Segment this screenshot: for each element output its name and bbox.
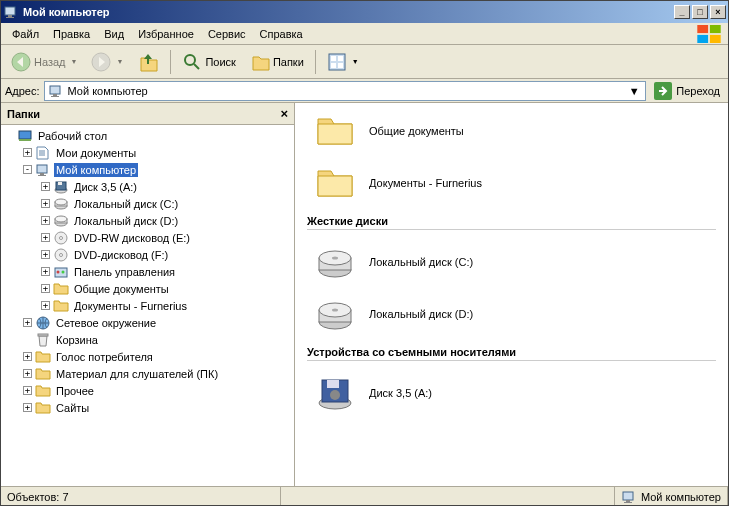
status-location-text: Мой компьютер [641,491,721,503]
menu-edit[interactable]: Правка [46,26,97,42]
back-button[interactable]: Назад ▼ [5,48,83,76]
tree-item-label: DVD-дисковод (F:) [72,248,170,262]
item-label: Документы - Furnerius [369,177,482,189]
item-floppy-a[interactable]: Диск 3,5 (A:) [307,373,716,413]
tree-item-label: Сетевое окружение [54,316,158,330]
folders-button[interactable]: Папки [244,48,310,76]
item-shared-documents[interactable]: Общие документы [307,111,716,151]
expand-icon[interactable]: + [41,267,50,276]
computer-icon [621,489,637,505]
back-icon [11,52,31,72]
item-local-disk-d[interactable]: Локальный диск (D:) [307,294,716,334]
folder-icon [35,349,51,365]
tree-item[interactable]: +DVD-RW дисковод (E:) [1,229,294,246]
tree-item[interactable]: +Материал для слушателей (ПК) [1,365,294,382]
maximize-button[interactable]: □ [692,5,708,19]
expand-icon[interactable]: + [23,403,32,412]
close-button[interactable]: × [710,5,726,19]
views-icon [327,52,347,72]
hdd-icon [315,294,355,334]
content-pane[interactable]: Общие документы Документы - Furnerius Же… [295,103,728,486]
separator [315,50,316,74]
menu-help[interactable]: Справка [253,26,310,42]
tree-item[interactable]: +Сайты [1,399,294,416]
minimize-button[interactable]: _ [674,5,690,19]
floppy-icon [315,373,355,413]
address-input[interactable] [68,85,623,97]
go-button[interactable]: Переход [650,80,724,102]
tree-item[interactable]: Корзина [1,331,294,348]
menubar: Файл Правка Вид Избранное Сервис Справка [1,23,728,45]
go-icon [654,82,672,100]
menu-favorites[interactable]: Избранное [131,26,201,42]
folder-icon [35,383,51,399]
chevron-down-icon: ▼ [71,58,78,65]
menu-file[interactable]: Файл [5,26,46,42]
forward-button[interactable]: ▼ [85,48,129,76]
expand-icon[interactable]: + [41,182,50,191]
tree-item[interactable]: +Голос потребителя [1,348,294,365]
expand-icon[interactable]: + [23,352,32,361]
tree-item-label: Общие документы [72,282,171,296]
tree-item[interactable]: +Локальный диск (C:) [1,195,294,212]
floppy-icon [53,179,69,195]
expand-icon[interactable]: + [41,216,50,225]
expand-icon[interactable]: + [41,199,50,208]
menu-view[interactable]: Вид [97,26,131,42]
address-dropdown[interactable]: ▼ [626,85,642,97]
tree-item-label: Сайты [54,401,91,415]
windows-flag-icon [694,25,724,43]
expand-icon[interactable]: + [23,318,32,327]
window-title: Мой компьютер [23,6,672,18]
tree-item[interactable]: +Прочее [1,382,294,399]
hdd-icon [53,213,69,229]
expand-icon[interactable]: + [23,386,32,395]
item-user-documents[interactable]: Документы - Furnerius [307,163,716,203]
tree-item[interactable]: Рабочий стол [1,127,294,144]
folder-tree[interactable]: Рабочий стол+Мои документы-Мой компьютер… [1,125,294,486]
tree-item[interactable]: +Локальный диск (D:) [1,212,294,229]
tree-item-label: Голос потребителя [54,350,155,364]
tree-item[interactable]: +Мои документы [1,144,294,161]
computer-icon [48,83,64,99]
search-button[interactable]: Поиск [176,48,241,76]
up-button[interactable] [131,47,165,77]
tree-item[interactable]: +Панель управления [1,263,294,280]
tree-item-label: Локальный диск (C:) [72,197,180,211]
bin-icon [35,332,51,348]
menu-tools[interactable]: Сервис [201,26,253,42]
collapse-icon[interactable]: - [23,165,32,174]
folders-pane-title: Папки [7,108,40,120]
tree-item[interactable]: +Общие документы [1,280,294,297]
statusbar: Объектов: 7 Мой компьютер [1,486,728,506]
address-combo[interactable]: ▼ [44,81,647,101]
expand-icon[interactable]: + [41,250,50,259]
folders-pane-header: Папки × [1,103,294,125]
tree-item-label: Локальный диск (D:) [72,214,180,228]
expand-icon[interactable]: + [41,301,50,310]
computer-icon [35,162,51,178]
search-label: Поиск [205,56,235,68]
expand-icon[interactable]: + [23,369,32,378]
tree-item[interactable]: +Документы - Furnerius [1,297,294,314]
tree-item[interactable]: +DVD-дисковод (F:) [1,246,294,263]
item-label: Локальный диск (D:) [369,308,473,320]
status-objects-text: Объектов: 7 [7,491,69,503]
section-hard-drives: Жесткие диски [307,215,716,230]
titlebar: Мой компьютер _ □ × [1,1,728,23]
expand-icon[interactable]: + [23,148,32,157]
expander-placeholder [5,131,14,140]
views-button[interactable]: ▼ [321,48,365,76]
folders-pane: Папки × Рабочий стол+Мои документы-Мой к… [1,103,295,486]
docs-icon [35,145,51,161]
item-local-disk-c[interactable]: Локальный диск (C:) [307,242,716,282]
tree-item[interactable]: +Диск 3,5 (A:) [1,178,294,195]
expand-icon[interactable]: + [41,233,50,242]
tree-item[interactable]: -Мой компьютер [1,161,294,178]
tree-item-label: Прочее [54,384,96,398]
go-label: Переход [676,85,720,97]
folder-icon [315,163,355,203]
tree-item[interactable]: +Сетевое окружение [1,314,294,331]
expand-icon[interactable]: + [41,284,50,293]
folders-pane-close[interactable]: × [280,106,288,121]
